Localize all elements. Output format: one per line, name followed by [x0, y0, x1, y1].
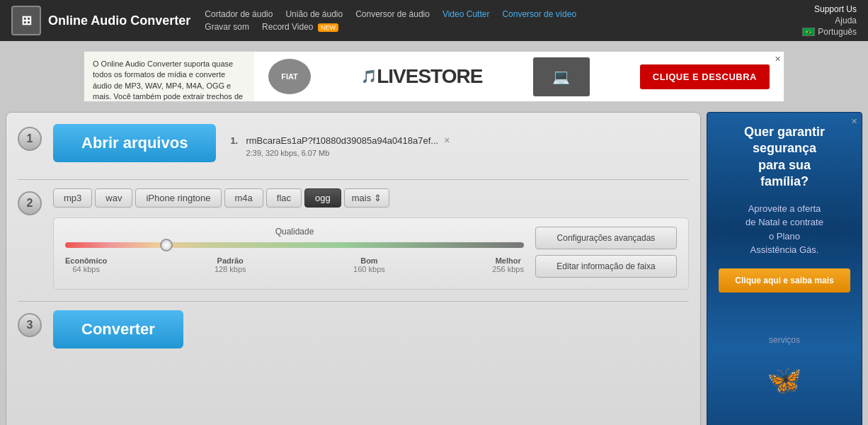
format-tab-iphone[interactable]: iPhone ringtone	[135, 188, 221, 208]
format-tab-mp3[interactable]: mp3	[53, 188, 92, 208]
format-more-button[interactable]: mais ⇕	[344, 188, 389, 208]
header: ⊞ Online Audio Converter Cortador de áud…	[0, 0, 868, 41]
step-1-number: 1	[18, 127, 42, 151]
fiat-logo: FIAT	[268, 59, 311, 94]
step-2-content: mp3 wav iPhone ringtone m4a flac ogg mai…	[53, 188, 689, 290]
step-2-number: 2	[18, 191, 42, 215]
marker-kbps-3: 256 kbps	[492, 265, 524, 273]
format-tabs: mp3 wav iPhone ringtone m4a flac ogg mai…	[53, 188, 689, 208]
quality-markers: Econômico 64 kbps Padrão 128 kbps Bom 16…	[65, 256, 524, 273]
step-3-number: 3	[18, 313, 42, 337]
logo-icon: ⊞	[11, 6, 41, 35]
file-list: 1. rmBcaraEs1aP?f10880d39085a94a0418a7ef…	[230, 135, 689, 157]
support-link[interactable]: Support Us	[814, 4, 857, 14]
nav-row-1: Cortador de áudio União de áudio Convers…	[205, 9, 788, 19]
advanced-settings-button[interactable]: Configurações avançadas	[535, 227, 677, 249]
converter-panel: 1 Abrir arquivos 1. rmBcaraEs1aP?f10880d…	[6, 112, 701, 425]
step-1-content: Abrir arquivos 1. rmBcaraEs1aP?f10880d39…	[53, 124, 689, 168]
marker-label-1: Padrão	[215, 256, 246, 265]
ajuda-link[interactable]: Ajuda	[835, 16, 857, 26]
header-nav: Cortador de áudio União de áudio Convers…	[205, 9, 788, 32]
open-files-button[interactable]: Abrir arquivos	[53, 124, 216, 162]
nav-gravar-som[interactable]: Gravar som	[205, 22, 249, 32]
butterfly-icon: 🦋	[763, 359, 806, 402]
file-item: 1. rmBcaraEs1aP?f10880d39085a94a0418a7ef…	[230, 135, 689, 146]
header-right: Support Us Ajuda 🇧🇷 Português	[802, 4, 857, 37]
step-2-row: 2 mp3 wav iPhone ringtone m4a flac ogg m…	[18, 188, 689, 290]
main-wrapper: 1 Abrir arquivos 1. rmBcaraEs1aP?f10880d…	[0, 106, 868, 425]
sidebar-ad: ✕ Quer garantir segurança para sua famíl…	[707, 112, 862, 425]
laptop-icon: 💻	[533, 57, 590, 96]
convert-button[interactable]: Converter	[53, 310, 183, 348]
slider-track[interactable]	[65, 242, 524, 248]
file-meta: 2:39, 320 kbps, 6.07 Mb	[246, 149, 689, 157]
format-tab-m4a[interactable]: m4a	[224, 188, 263, 208]
marker-label-0: Econômico	[65, 256, 107, 265]
ad-banner: O Online Audio Converter suporta quase t…	[84, 51, 784, 102]
ad-cta-button[interactable]: CLIQUE E DESCUBRA	[640, 64, 770, 89]
file-name: rmBcaraEs1aP?f10880d39085a94a0418a7ef...	[246, 135, 438, 146]
quality-right: Configurações avançadas Editar informaçã…	[535, 227, 677, 278]
format-tab-wav[interactable]: wav	[95, 188, 132, 208]
marker-kbps-2: 160 kbps	[353, 265, 385, 273]
slider-container[interactable]	[65, 242, 524, 248]
edit-track-button[interactable]: Editar informação de faixa	[535, 255, 677, 278]
logo-text: Online Audio Converter	[48, 13, 190, 28]
nav-cortador[interactable]: Cortador de áudio	[205, 9, 273, 19]
livestore-label: LIVESTORE	[377, 65, 482, 88]
format-tab-flac[interactable]: flac	[266, 188, 302, 208]
nav-record-video[interactable]: Record Video NEW	[262, 22, 338, 32]
quality-marker-1: Padrão 128 kbps	[215, 256, 246, 273]
marker-label-2: Bom	[353, 256, 385, 265]
sidebar-cta-button[interactable]: Clique aqui e saiba mais	[719, 268, 850, 293]
step-3-content: Converter	[53, 310, 689, 348]
divider-2	[18, 301, 689, 302]
logo: ⊞ Online Audio Converter	[11, 6, 190, 35]
quality-section: Qualidade Econômico 64 kbps	[53, 217, 689, 290]
ad-text: O Online Audio Converter suporta quase t…	[84, 52, 254, 101]
quality-marker-2: Bom 160 kbps	[353, 256, 385, 273]
file-close-button[interactable]: ×	[442, 135, 451, 146]
step-3-row: 3 Converter	[18, 310, 689, 348]
lang-label: Português	[818, 27, 857, 37]
nav-row-2: Gravar som Record Video NEW	[205, 22, 788, 32]
quality-label: Qualidade	[65, 227, 524, 237]
ad-main: FIAT 🎵 LIVESTORE 💻 CLIQUE E DESCUBRA	[254, 52, 784, 101]
nav-conversor-audio[interactable]: Conversor de áudio	[355, 9, 430, 19]
sidebar-body: Aproveite a oferta de Natal e contrate o…	[719, 202, 850, 257]
step-1-row: 1 Abrir arquivos 1. rmBcaraEs1aP?f10880d…	[18, 124, 689, 168]
right-sidebar: ✕ Quer garantir segurança para sua famíl…	[707, 112, 862, 425]
ad-close-button[interactable]: ✕	[775, 55, 781, 64]
quality-marker-3: Melhor 256 kbps	[492, 256, 524, 273]
divider-1	[18, 179, 689, 180]
sidebar-close-button[interactable]: ✕	[851, 117, 857, 126]
flag-icon: 🇧🇷	[802, 28, 815, 36]
marker-kbps-0: 64 kbps	[65, 265, 107, 273]
step-1-layout: Abrir arquivos 1. rmBcaraEs1aP?f10880d39…	[53, 124, 689, 168]
sidebar-heading: Quer garantir segurança para sua família…	[719, 124, 850, 191]
quality-left: Qualidade Econômico 64 kbps	[65, 227, 524, 278]
marker-label-3: Melhor	[492, 256, 524, 265]
file-item-number: 1.	[230, 135, 241, 146]
slider-thumb[interactable]	[160, 239, 173, 251]
sidebar-footer: serviços	[719, 335, 850, 345]
waves-icon: 🎵	[361, 69, 377, 84]
format-tab-ogg[interactable]: ogg	[304, 188, 341, 208]
marker-kbps-1: 128 kbps	[215, 265, 246, 273]
nav-conversor-video[interactable]: Conversor de vídeo	[502, 9, 576, 19]
nav-uniao[interactable]: União de áudio	[285, 9, 343, 19]
new-badge: NEW	[318, 23, 338, 32]
quality-marker-0: Econômico 64 kbps	[65, 256, 107, 273]
nav-video-cutter[interactable]: Video Cutter	[442, 9, 490, 19]
language-selector[interactable]: 🇧🇷 Português	[802, 27, 857, 37]
